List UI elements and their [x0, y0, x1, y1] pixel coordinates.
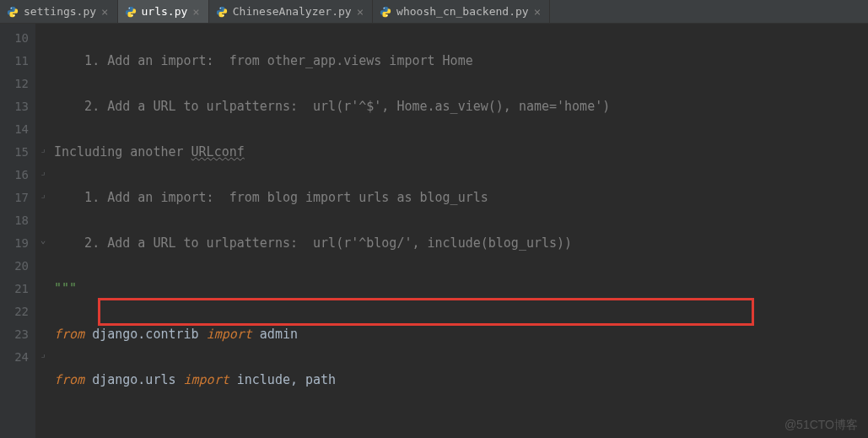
tab-label: settings.py — [24, 5, 96, 18]
code-text: import — [184, 372, 237, 387]
line-number: 13 — [12, 95, 29, 118]
fold-column: ⌟ ⌟ ⌟ ⌄ ⌟ — [35, 24, 51, 438]
code-text: 1. Add an import: from blog import urls … — [54, 190, 488, 205]
tab-label: whoosh_cn_backend.py — [396, 5, 529, 18]
svg-point-5 — [223, 14, 224, 15]
code-text: admin — [260, 327, 298, 342]
line-number: 10 — [12, 27, 29, 50]
line-number-gutter: 101112131415161718192021222324 — [0, 24, 35, 438]
code-text: include, path — [237, 372, 336, 387]
line-number: 18 — [12, 209, 29, 232]
code-text: django.contrib — [92, 327, 206, 342]
python-icon — [125, 6, 137, 18]
line-number: 21 — [12, 278, 29, 300]
code-text: """ — [54, 281, 77, 296]
svg-point-4 — [219, 7, 220, 8]
tab-urls-py[interactable]: urls.py × — [118, 0, 209, 23]
code-text: import — [207, 327, 260, 342]
line-number: 20 — [12, 255, 29, 278]
line-number: 19 — [12, 232, 29, 255]
fold-end-icon[interactable]: ⌟ — [35, 138, 51, 160]
close-icon[interactable]: × — [101, 6, 108, 18]
line-number: 23 — [12, 323, 29, 346]
tab-chineseanalyzer-py[interactable]: ChineseAnalyzer.py × — [209, 0, 373, 23]
code-text: from — [54, 327, 92, 342]
code-text: Including another URLconf — [54, 144, 245, 160]
close-icon[interactable]: × — [357, 6, 364, 18]
tab-whoosh-cn-backend-py[interactable]: whoosh_cn_backend.py × — [373, 0, 550, 23]
line-number: 12 — [12, 73, 29, 95]
code-text: django.urls — [92, 372, 183, 387]
code-text: 2. Add a URL to urlpatterns: url(r'^blog… — [54, 235, 572, 251]
line-number: 24 — [12, 346, 29, 369]
code-text: 1. Add an import: from other_app.views i… — [54, 53, 473, 68]
python-icon — [7, 6, 19, 18]
svg-point-3 — [132, 14, 132, 15]
svg-point-6 — [384, 7, 385, 8]
line-number: 11 — [12, 50, 29, 73]
close-icon[interactable]: × — [192, 6, 199, 18]
close-icon[interactable]: × — [534, 6, 541, 18]
line-number: 22 — [12, 300, 29, 323]
line-number: 15 — [12, 141, 29, 164]
line-number: 16 — [12, 164, 29, 187]
python-icon — [216, 6, 228, 18]
fold-end-icon[interactable]: ⌟ — [35, 183, 51, 206]
line-number: 17 — [12, 187, 29, 209]
svg-point-2 — [128, 7, 129, 8]
python-icon — [380, 6, 391, 18]
fold-start-icon[interactable]: ⌄ — [35, 229, 51, 251]
line-number: 14 — [12, 118, 29, 141]
svg-point-1 — [13, 14, 14, 15]
annotation-highlight — [98, 298, 754, 326]
watermark: @51CTO博客 — [784, 418, 858, 433]
tab-label: urls.py — [142, 5, 188, 18]
code-text: 2. Add a URL to urlpatterns: url(r'^$', … — [54, 99, 610, 114]
editor: 101112131415161718192021222324 ⌟ ⌟ ⌟ ⌄ ⌟… — [0, 24, 868, 438]
code-area[interactable]: 1. Add an import: from other_app.views i… — [51, 24, 868, 438]
tab-label: ChineseAnalyzer.py — [233, 5, 352, 18]
svg-point-0 — [11, 7, 12, 8]
tab-settings-py[interactable]: settings.py × — [0, 0, 118, 23]
fold-end-icon[interactable]: ⌟ — [35, 343, 51, 365]
fold-end-icon[interactable]: ⌟ — [35, 160, 51, 183]
svg-point-7 — [386, 14, 387, 15]
code-text: from — [54, 372, 92, 387]
tab-bar: settings.py × urls.py × ChineseAnalyzer.… — [0, 0, 868, 24]
